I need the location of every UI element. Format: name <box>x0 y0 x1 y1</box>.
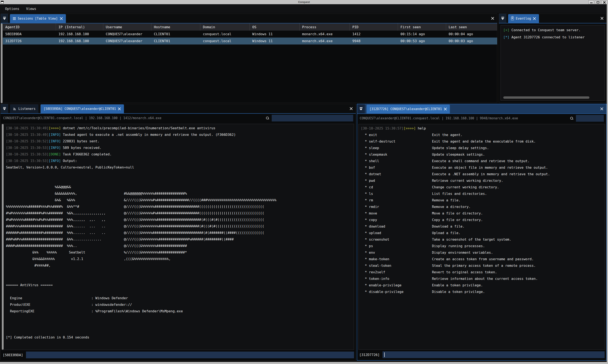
close-button[interactable] <box>601 0 607 4</box>
column-header[interactable]: Last seen <box>446 23 497 31</box>
tab-eventlog-label: Eventlog <box>516 17 531 20</box>
console-line <box>6 314 354 321</box>
table-cell: 9948 <box>350 38 398 44</box>
sessions-header-row: AgentIDIP (Internal)UsernameHostnameDoma… <box>3 23 497 31</box>
command-input[interactable] <box>382 351 605 358</box>
maximize-button[interactable] <box>595 0 601 4</box>
console-line: * steal-token Steal the primary access t… <box>361 262 605 269</box>
console-line: * shell Execute a shell command and retr… <box>361 158 605 164</box>
console-line: &%& %&%% &////(((&%%%%%#%###############… <box>6 197 354 203</box>
column-header[interactable]: First seen <box>398 23 446 31</box>
column-header[interactable]: Domain <box>200 23 250 31</box>
console-line: [30-10-2025 15:30:52][INFO] 228831 bytes… <box>6 138 354 144</box>
console-line: ====== AntiVirus ====== <box>6 282 354 288</box>
console-line <box>6 327 354 334</box>
console-line: * self-destruct Exit the agent and delet… <box>361 138 605 145</box>
tab-sessions-close-icon[interactable] <box>60 17 63 20</box>
eventlog-line: [*] Agent 312D7726 connected to listener <box>503 34 602 41</box>
search-input[interactable] <box>272 115 353 121</box>
console-line: ProductEXE : windowsdefender:// <box>6 301 354 308</box>
left-console-panel-close-icon[interactable] <box>350 107 353 110</box>
tab-listeners-label: Listeners <box>18 107 35 111</box>
console-line: #%#%%%%%%%#######%#%%####### %&%,,,,,,,,… <box>6 210 354 216</box>
console-line: * token-info Retrieve information about … <box>361 275 605 282</box>
table-cell: CONQUEST\alexander <box>103 38 151 44</box>
column-header[interactable]: Username <box>103 23 151 31</box>
left-console-scrollbar[interactable] <box>2 124 4 350</box>
agent-console-panel-312D7726: [312D7726] CONQUEST\alexander@CLIENT01 C… <box>357 104 607 361</box>
right-console-panel-close-icon[interactable] <box>600 107 603 111</box>
collapse-icon[interactable] <box>499 14 506 23</box>
session-row-58EE89DA[interactable]: 58EE89DA192.168.168.100CONQUEST\alexande… <box>3 31 497 38</box>
collapse-icon[interactable] <box>1 14 8 23</box>
column-header[interactable]: Process <box>299 23 350 31</box>
console-line: * sleep Update sleep delay settings. <box>361 145 605 151</box>
sessions-panel: Sessions [Table View] AgentIDIP (Interna… <box>0 13 497 103</box>
table-cell: 58EE89DA <box>3 31 56 38</box>
collapse-icon[interactable] <box>357 104 365 114</box>
tab-agent-close-icon[interactable] <box>444 107 447 111</box>
menubar: Options Views <box>0 4 608 13</box>
clipboard-icon <box>511 17 514 20</box>
console-line: [30-10-2025 15:30:53][DONE] Task F366D36… <box>6 151 354 157</box>
tab-sessions[interactable]: Sessions [Table View] <box>10 14 66 23</box>
column-header[interactable]: AgentID <box>3 23 56 31</box>
prompt-label: [58EE89DA] <box>3 353 23 357</box>
console-line: Seatbelt, Version=1.0.0.0, Culture=neutr… <box>6 164 354 171</box>
menu-views[interactable]: Views <box>26 7 36 11</box>
table-cell: 00:00:03 ago <box>446 38 497 44</box>
table-cell: 00:00:04 ago <box>446 31 497 38</box>
eventlog-line: [+] Connected to Conquest team server. <box>503 26 602 34</box>
table-cell: CONQUEST\alexander <box>103 31 151 38</box>
session-row-312D7726[interactable]: 312D7726192.168.168.100CONQUEST\alexande… <box>3 38 497 44</box>
eventlog-horizontal-scrollbar[interactable] <box>503 96 589 99</box>
table-cell: monarch.x64.exe <box>299 38 350 44</box>
console-line: * make-token Create an access token from… <box>361 256 605 262</box>
search-input[interactable] <box>576 115 604 122</box>
prompt-label: [312D7726] <box>359 353 379 357</box>
console-line: %&&@@@&& <box>6 184 354 190</box>
sessions-scrollbar[interactable] <box>1 23 3 103</box>
console-line: ######%###########%######### %%%...... .… <box>6 229 354 236</box>
tab-eventlog[interactable]: Eventlog <box>508 14 539 23</box>
minimize-button[interactable] <box>588 0 594 4</box>
console-line: * disable-privilege Disable a token priv… <box>361 288 605 295</box>
tab-agent-58EE89DA[interactable]: [58EE89DA] CONQUEST\alexander@CLIENT01 <box>41 104 124 113</box>
column-header[interactable]: Hostname <box>151 23 200 31</box>
menu-options[interactable]: Options <box>5 7 19 11</box>
column-header[interactable]: OS <box>250 23 299 31</box>
console-line: [30-10-2025 15:30:49][INFO] Tasked agent… <box>6 131 354 138</box>
table-cell: monarch.x64.exe <box>299 31 350 38</box>
tab-agent-312D7726[interactable]: [312D7726] CONQUEST\alexander@CLIENT01 <box>366 104 450 114</box>
console-line: * upload Upload a file. <box>361 230 605 236</box>
eventlog-panel-close-icon[interactable] <box>600 17 604 20</box>
tab-agent-label: [58EE89DA] CONQUEST\alexander@CLIENT01 <box>43 107 116 111</box>
table-cell: conquest.local <box>200 31 250 38</box>
console-line: Engine : Windows Defender <box>6 295 354 301</box>
collapse-icon[interactable] <box>1 104 8 113</box>
tab-sessions-label: Sessions [Table View] <box>18 17 58 20</box>
column-header[interactable]: PID <box>350 23 398 31</box>
column-header[interactable]: IP (Internal) <box>56 23 103 31</box>
tab-agent-label: [312D7726] CONQUEST\alexander@CLIENT01 <box>369 107 442 111</box>
eventlog-panel: Eventlog [+] Connected to Conquest team … <box>499 13 607 103</box>
sessions-panel-close-icon[interactable] <box>491 17 494 20</box>
window-titlebar: Conquest <box>0 0 608 4</box>
table-cell: 192.168.168.100 <box>56 38 103 44</box>
right-console-statusbar: CONQUEST\alexander@CLIENT01.conquest.loc… <box>357 114 606 123</box>
window-title: Conquest <box>298 1 310 4</box>
table-cell: 00:00:53 ago <box>398 38 446 44</box>
tab-agent-close-icon[interactable] <box>118 107 121 111</box>
tab-listeners[interactable]: Listeners <box>10 104 39 113</box>
console-line: * ls List files and directories. <box>361 190 605 197</box>
table-cell: CLIENT01 <box>151 38 200 44</box>
sessions-tabbar: Sessions [Table View] <box>1 14 497 23</box>
console-line: [*] Completed collection in 0.154 second… <box>6 334 354 341</box>
tab-eventlog-close-icon[interactable] <box>533 17 536 20</box>
table-list-icon <box>13 17 16 20</box>
console-line: * env Display environment variables. <box>361 249 605 256</box>
table-cell: 192.168.168.100 <box>56 31 103 38</box>
console-line: &&&&&&&%%%, #&&@@@@@@%%%%%%#############… <box>6 190 354 197</box>
command-input[interactable] <box>26 351 354 358</box>
table-cell: 00:15:14 ago <box>398 31 446 38</box>
